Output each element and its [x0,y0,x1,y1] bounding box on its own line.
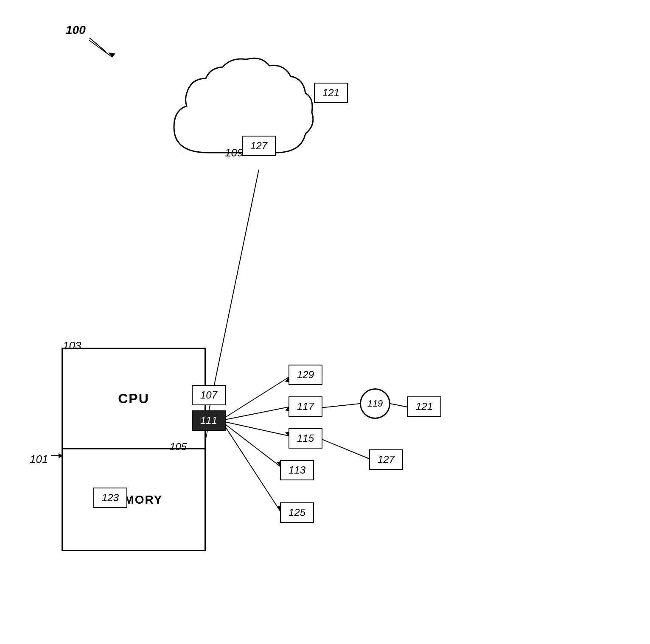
diagram-container: 100 109 121 127 103 CPU MEMORY 101 107 1… [0,0,650,644]
circle-119: 119 [360,388,390,419]
cpu-section: CPU [63,349,205,449]
box-111: 111 [192,410,226,431]
svg-line-6 [225,377,289,418]
box-123: 123 [93,488,127,508]
box-115: 115 [289,428,322,449]
cpu-label: CPU [118,391,149,407]
label-cloud-109: 109 [225,146,243,159]
box-113: 113 [280,460,314,480]
svg-line-8 [225,422,289,436]
box-121-top: 121 [314,83,348,103]
label-119: 119 [367,398,383,409]
svg-line-12 [390,404,407,407]
label-101: 101 [30,453,48,466]
svg-line-4 [208,170,259,415]
label-105: 105 [170,441,187,453]
box-129: 129 [289,365,322,385]
svg-line-9 [225,424,280,466]
ref-label-100: 100 [66,23,86,37]
box-127-cloud: 127 [242,136,276,156]
box-127-right: 127 [369,449,403,470]
svg-line-10 [225,426,280,511]
svg-marker-1 [108,53,115,57]
box-117: 117 [289,396,322,417]
svg-line-13 [321,439,369,459]
box-121-right: 121 [407,396,441,417]
svg-line-0 [89,40,112,57]
arrow-100 [89,37,106,52]
svg-line-11 [321,404,360,408]
svg-line-7 [225,407,289,420]
memory-section: MEMORY [63,449,205,550]
box-107: 107 [192,385,226,405]
box-125: 125 [280,502,314,523]
